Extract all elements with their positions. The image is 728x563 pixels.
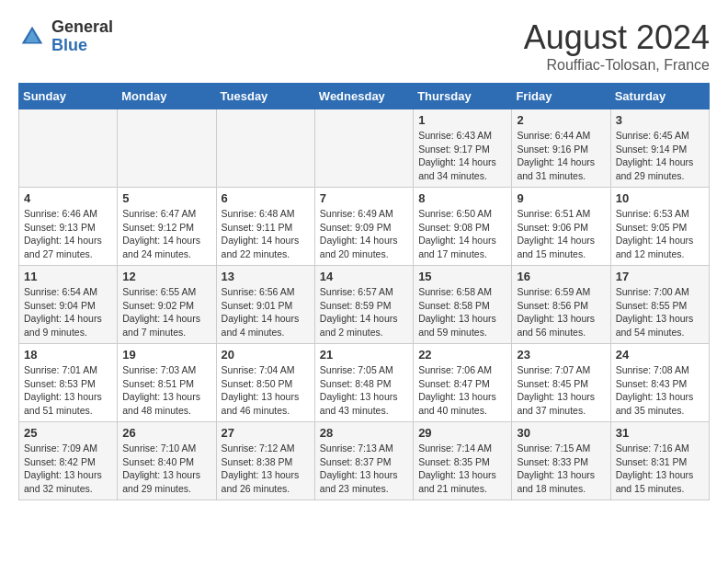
calendar-cell: 27Sunrise: 7:12 AM Sunset: 8:38 PM Dayli…	[216, 422, 314, 500]
week-row-5: 25Sunrise: 7:09 AM Sunset: 8:42 PM Dayli…	[19, 422, 710, 500]
day-info: Sunrise: 6:43 AM Sunset: 9:17 PM Dayligh…	[418, 129, 506, 183]
day-number: 11	[24, 270, 112, 283]
day-number: 27	[222, 426, 310, 440]
calendar-cell: 14Sunrise: 6:57 AM Sunset: 8:59 PM Dayli…	[314, 266, 413, 344]
day-number: 29	[418, 426, 506, 440]
calendar-cell: 8Sunrise: 6:50 AM Sunset: 9:08 PM Daylig…	[414, 188, 512, 266]
header-monday: Monday	[118, 84, 216, 109]
calendar-cell: 22Sunrise: 7:06 AM Sunset: 8:47 PM Dayli…	[414, 344, 512, 422]
calendar-cell: 3Sunrise: 6:45 AM Sunset: 9:14 PM Daylig…	[610, 109, 709, 188]
calendar-cell	[118, 109, 216, 188]
calendar-cell: 11Sunrise: 6:54 AM Sunset: 9:04 PM Dayli…	[19, 266, 118, 344]
day-number: 15	[418, 270, 506, 283]
day-number: 21	[320, 348, 408, 362]
day-info: Sunrise: 7:15 AM Sunset: 8:33 PM Dayligh…	[517, 442, 605, 496]
day-number: 31	[616, 426, 704, 440]
day-info: Sunrise: 7:05 AM Sunset: 8:48 PM Dayligh…	[320, 363, 408, 418]
day-info: Sunrise: 7:01 AM Sunset: 8:53 PM Dayligh…	[24, 363, 112, 418]
day-number: 17	[616, 270, 704, 283]
day-info: Sunrise: 7:06 AM Sunset: 8:47 PM Dayligh…	[418, 363, 506, 418]
calendar-cell: 2Sunrise: 6:44 AM Sunset: 9:16 PM Daylig…	[512, 109, 610, 188]
day-number: 23	[517, 348, 605, 362]
calendar-cell: 24Sunrise: 7:08 AM Sunset: 8:43 PM Dayli…	[610, 344, 709, 422]
day-number: 14	[320, 270, 408, 283]
calendar-cell: 5Sunrise: 6:47 AM Sunset: 9:12 PM Daylig…	[118, 188, 216, 266]
calendar-cell: 28Sunrise: 7:13 AM Sunset: 8:37 PM Dayli…	[314, 422, 413, 500]
header-wednesday: Wednesday	[314, 84, 413, 109]
day-info: Sunrise: 6:58 AM Sunset: 8:58 PM Dayligh…	[418, 285, 506, 339]
calendar-cell: 25Sunrise: 7:09 AM Sunset: 8:42 PM Dayli…	[19, 422, 118, 500]
day-info: Sunrise: 6:49 AM Sunset: 9:09 PM Dayligh…	[320, 207, 408, 261]
day-info: Sunrise: 7:12 AM Sunset: 8:38 PM Dayligh…	[222, 442, 310, 496]
calendar-cell: 29Sunrise: 7:14 AM Sunset: 8:35 PM Dayli…	[414, 422, 512, 500]
day-info: Sunrise: 6:59 AM Sunset: 8:56 PM Dayligh…	[517, 285, 605, 339]
calendar-cell: 1Sunrise: 6:43 AM Sunset: 9:17 PM Daylig…	[414, 109, 512, 188]
day-number: 25	[24, 426, 112, 440]
calendar-cell: 23Sunrise: 7:07 AM Sunset: 8:45 PM Dayli…	[512, 344, 610, 422]
calendar-cell: 6Sunrise: 6:48 AM Sunset: 9:11 PM Daylig…	[216, 188, 314, 266]
week-row-4: 18Sunrise: 7:01 AM Sunset: 8:53 PM Dayli…	[19, 344, 710, 422]
calendar-cell: 20Sunrise: 7:04 AM Sunset: 8:50 PM Dayli…	[216, 344, 314, 422]
logo: General Blue	[18, 18, 113, 55]
day-number: 13	[222, 270, 310, 283]
calendar-cell: 13Sunrise: 6:56 AM Sunset: 9:01 PM Dayli…	[216, 266, 314, 344]
day-number: 3	[616, 113, 704, 127]
day-number: 28	[320, 426, 408, 440]
logo-blue: Blue	[51, 37, 113, 55]
week-row-1: 1Sunrise: 6:43 AM Sunset: 9:17 PM Daylig…	[19, 109, 710, 188]
page-header: General Blue August 2024 Rouffiac-Tolosa…	[18, 18, 710, 74]
day-number: 30	[517, 426, 605, 440]
day-info: Sunrise: 6:53 AM Sunset: 9:05 PM Dayligh…	[616, 207, 704, 261]
calendar-cell: 12Sunrise: 6:55 AM Sunset: 9:02 PM Dayli…	[118, 266, 216, 344]
calendar-cell: 31Sunrise: 7:16 AM Sunset: 8:31 PM Dayli…	[610, 422, 709, 500]
logo-text: General Blue	[51, 18, 113, 55]
title-section: August 2024 Rouffiac-Tolosan, France	[524, 18, 710, 74]
day-info: Sunrise: 7:03 AM Sunset: 8:51 PM Dayligh…	[122, 363, 210, 418]
calendar-cell: 21Sunrise: 7:05 AM Sunset: 8:48 PM Dayli…	[314, 344, 413, 422]
day-info: Sunrise: 6:44 AM Sunset: 9:16 PM Dayligh…	[517, 129, 605, 183]
day-info: Sunrise: 6:45 AM Sunset: 9:14 PM Dayligh…	[616, 129, 704, 183]
day-number: 20	[222, 348, 310, 362]
day-number: 9	[517, 191, 605, 205]
day-number: 19	[122, 348, 210, 362]
day-info: Sunrise: 6:50 AM Sunset: 9:08 PM Dayligh…	[418, 207, 506, 261]
day-info: Sunrise: 7:16 AM Sunset: 8:31 PM Dayligh…	[616, 442, 704, 496]
calendar-cell: 26Sunrise: 7:10 AM Sunset: 8:40 PM Dayli…	[118, 422, 216, 500]
calendar-cell: 9Sunrise: 6:51 AM Sunset: 9:06 PM Daylig…	[512, 188, 610, 266]
calendar-cell: 17Sunrise: 7:00 AM Sunset: 8:55 PM Dayli…	[610, 266, 709, 344]
day-number: 18	[24, 348, 112, 362]
day-number: 26	[122, 426, 210, 440]
day-number: 22	[418, 348, 506, 362]
header-friday: Friday	[512, 84, 610, 109]
logo-icon	[18, 23, 46, 51]
day-info: Sunrise: 6:55 AM Sunset: 9:02 PM Dayligh…	[122, 285, 210, 339]
calendar-cell	[19, 109, 118, 188]
day-info: Sunrise: 7:00 AM Sunset: 8:55 PM Dayligh…	[616, 285, 704, 339]
logo-general: General	[51, 18, 113, 37]
day-info: Sunrise: 7:07 AM Sunset: 8:45 PM Dayligh…	[517, 363, 605, 418]
day-number: 24	[616, 348, 704, 362]
day-number: 2	[517, 113, 605, 127]
day-info: Sunrise: 7:13 AM Sunset: 8:37 PM Dayligh…	[320, 442, 408, 496]
location: Rouffiac-Tolosan, France	[524, 57, 710, 74]
day-number: 16	[517, 270, 605, 283]
day-info: Sunrise: 6:48 AM Sunset: 9:11 PM Dayligh…	[222, 207, 310, 261]
header-tuesday: Tuesday	[216, 84, 314, 109]
day-number: 6	[222, 191, 310, 205]
day-number: 8	[418, 191, 506, 205]
day-number: 1	[418, 113, 506, 127]
day-info: Sunrise: 6:46 AM Sunset: 9:13 PM Dayligh…	[24, 207, 112, 261]
day-info: Sunrise: 6:56 AM Sunset: 9:01 PM Dayligh…	[222, 285, 310, 339]
day-number: 7	[320, 191, 408, 205]
header-saturday: Saturday	[610, 84, 709, 109]
calendar-cell: 7Sunrise: 6:49 AM Sunset: 9:09 PM Daylig…	[314, 188, 413, 266]
day-info: Sunrise: 6:51 AM Sunset: 9:06 PM Dayligh…	[517, 207, 605, 261]
day-info: Sunrise: 7:09 AM Sunset: 8:42 PM Dayligh…	[24, 442, 112, 496]
day-number: 5	[122, 191, 210, 205]
calendar-cell	[314, 109, 413, 188]
calendar-cell: 19Sunrise: 7:03 AM Sunset: 8:51 PM Dayli…	[118, 344, 216, 422]
calendar-table: SundayMondayTuesdayWednesdayThursdayFrid…	[18, 83, 710, 500]
calendar-cell: 16Sunrise: 6:59 AM Sunset: 8:56 PM Dayli…	[512, 266, 610, 344]
day-info: Sunrise: 7:04 AM Sunset: 8:50 PM Dayligh…	[222, 363, 310, 418]
day-number: 4	[24, 191, 112, 205]
